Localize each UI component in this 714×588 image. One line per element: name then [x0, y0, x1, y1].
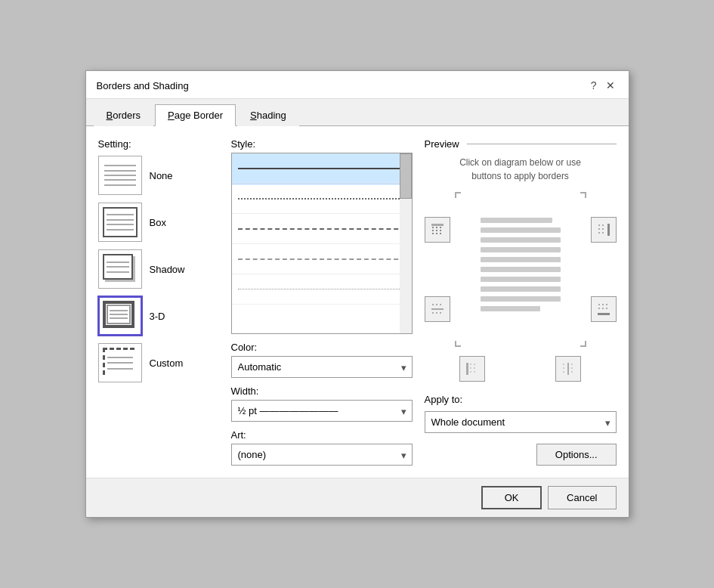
svg-rect-25	[602, 304, 604, 305]
cancel-button[interactable]: Cancel	[548, 486, 616, 509]
doc-lines	[481, 218, 561, 311]
preview-center-border-btn[interactable]	[555, 356, 581, 382]
svg-rect-7	[432, 233, 434, 234]
bottom-bar: OK Cancel	[86, 478, 629, 517]
setting-box-icon	[98, 203, 142, 242]
svg-rect-8	[436, 233, 437, 234]
svg-rect-11	[436, 304, 437, 305]
style-item-dash[interactable]	[232, 214, 412, 244]
color-select-wrapper: Automatic	[231, 356, 413, 378]
apply-to-select[interactable]: Whole document	[425, 411, 617, 433]
style-item-dashdotdot[interactable]	[232, 274, 412, 305]
dialog-borders-shading: Borders and Shading ? ✕ Borders Page Bor…	[85, 70, 629, 518]
preview-left-side-btn[interactable]	[459, 356, 485, 382]
setting-shadow[interactable]: Shadow	[98, 249, 219, 289]
preview-bottom-buttons	[425, 356, 617, 382]
preview-right-border-btn[interactable]	[591, 217, 617, 243]
left-side-icon	[465, 361, 480, 376]
setting-3d[interactable]: 3-D	[98, 296, 219, 336]
svg-rect-34	[470, 367, 471, 369]
preview-bottom-border-btn[interactable]	[591, 296, 617, 322]
ok-button[interactable]: OK	[481, 486, 542, 509]
setting-box-label: Box	[150, 217, 166, 228]
svg-rect-40	[563, 367, 564, 369]
color-section: Color: Automatic	[231, 342, 413, 378]
preview-top-border-btn[interactable]	[425, 217, 450, 243]
art-select[interactable]: (none)	[231, 444, 413, 466]
title-bar-buttons: ? ✕	[588, 79, 618, 92]
setting-custom-icon	[98, 343, 142, 382]
tab-page-border-label: Page Border	[168, 110, 223, 121]
middle-panel: Style:	[231, 138, 413, 466]
dots-line-icon	[238, 198, 406, 200]
svg-rect-37	[474, 371, 475, 373]
svg-rect-43	[571, 371, 573, 373]
dashdotdot-line-icon	[238, 289, 406, 289]
tab-borders[interactable]: Borders	[94, 104, 154, 126]
svg-rect-30	[598, 313, 610, 315]
svg-rect-4	[432, 230, 434, 231]
art-label: Art:	[231, 429, 413, 441]
dash-line-icon	[238, 228, 406, 230]
svg-rect-24	[598, 304, 600, 305]
width-select[interactable]: ½ pt ————————	[231, 400, 413, 422]
svg-rect-31	[466, 363, 468, 375]
preview-middle-border-btn[interactable]	[425, 296, 450, 322]
apply-to-select-wrapper: Whole document	[425, 411, 617, 433]
svg-rect-5	[436, 230, 437, 231]
top-border-icon	[430, 222, 445, 237]
solid-line-icon	[238, 168, 406, 169]
svg-rect-27	[598, 308, 600, 309]
tab-page-border[interactable]: Page Border	[155, 104, 236, 126]
setting-shadow-label: Shadow	[150, 264, 185, 275]
style-listbox[interactable]	[231, 153, 413, 334]
svg-rect-18	[602, 224, 604, 226]
corner-bl	[455, 341, 461, 347]
middle-border-icon	[430, 302, 445, 317]
svg-rect-1	[432, 227, 434, 228]
svg-rect-41	[571, 367, 573, 369]
style-item-solid[interactable]	[232, 153, 412, 184]
title-bar: Borders and Shading ? ✕	[86, 71, 629, 99]
close-button[interactable]: ✕	[603, 79, 618, 92]
svg-rect-23	[607, 224, 610, 236]
svg-rect-36	[470, 371, 471, 373]
help-button[interactable]: ?	[588, 79, 600, 92]
svg-rect-9	[440, 233, 441, 234]
dialog-content: Setting: None	[86, 126, 629, 478]
setting-none-label: None	[150, 170, 173, 181]
options-button[interactable]: Options...	[536, 444, 617, 466]
apply-to-label: Apply to:	[425, 394, 617, 405]
setting-custom[interactable]: Custom	[98, 343, 219, 382]
tabs-bar: Borders Page Border Shading	[86, 99, 629, 126]
corner-tr	[580, 192, 586, 198]
svg-rect-32	[470, 364, 471, 365]
setting-none[interactable]: None	[98, 156, 219, 195]
style-scrollbar-thumb	[400, 153, 412, 199]
right-panel: Preview Click on diagram below or usebut…	[425, 138, 617, 466]
svg-rect-12	[440, 304, 441, 305]
center-border-icon	[561, 361, 576, 376]
svg-rect-3	[440, 227, 441, 228]
svg-rect-13	[431, 308, 444, 310]
setting-none-icon	[98, 156, 142, 195]
setting-3d-label: 3-D	[150, 311, 165, 322]
style-item-dashdot[interactable]	[232, 244, 412, 274]
preview-label: Preview	[425, 138, 617, 150]
preview-document	[465, 203, 576, 336]
style-scrollbar[interactable]	[400, 153, 412, 333]
svg-rect-17	[598, 224, 600, 226]
color-select[interactable]: Automatic	[231, 356, 413, 378]
preview-canvas[interactable]	[455, 192, 586, 347]
svg-rect-21	[598, 232, 600, 234]
width-select-wrapper: ½ pt ————————	[231, 400, 413, 422]
bottom-border-icon	[596, 302, 611, 317]
svg-rect-44	[567, 363, 569, 375]
tab-shading[interactable]: Shading	[237, 104, 299, 126]
tab-borders-label: Borders	[107, 110, 141, 121]
svg-rect-28	[602, 308, 604, 309]
style-item-dots[interactable]	[232, 184, 412, 214]
svg-rect-42	[563, 371, 564, 373]
svg-rect-15	[436, 312, 437, 314]
setting-box[interactable]: Box	[98, 203, 219, 242]
